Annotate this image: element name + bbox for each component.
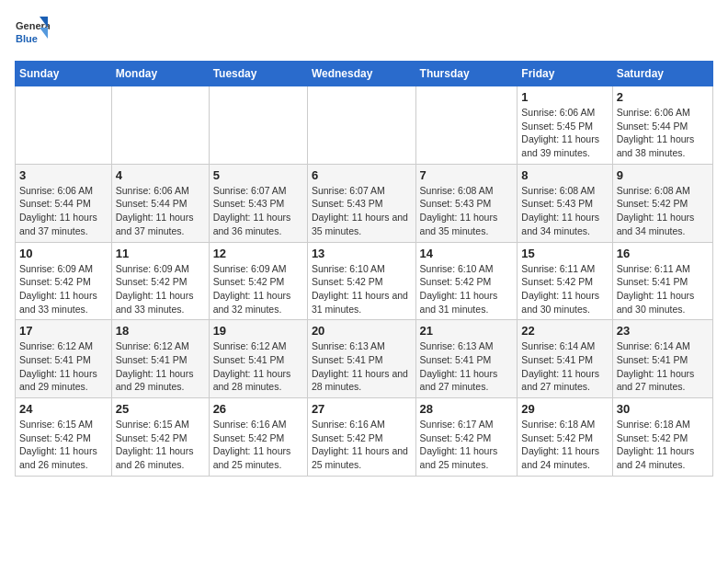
week-row-2: 10Sunrise: 6:09 AM Sunset: 5:42 PM Dayli… xyxy=(16,242,713,320)
day-info: Sunrise: 6:10 AM Sunset: 5:42 PM Dayligh… xyxy=(420,262,514,316)
day-number: 30 xyxy=(617,402,709,416)
day-number: 15 xyxy=(521,247,608,260)
day-number: 7 xyxy=(420,168,514,182)
day-info: Sunrise: 6:18 AM Sunset: 5:42 PM Dayligh… xyxy=(617,418,709,472)
day-info: Sunrise: 6:12 AM Sunset: 5:41 PM Dayligh… xyxy=(213,339,303,394)
svg-text:Blue: Blue xyxy=(16,33,38,44)
day-info: Sunrise: 6:10 AM Sunset: 5:42 PM Dayligh… xyxy=(312,262,412,316)
day-info: Sunrise: 6:09 AM Sunset: 5:42 PM Dayligh… xyxy=(116,262,205,316)
logo-graphic: General Blue xyxy=(15,15,50,50)
day-number: 12 xyxy=(213,247,303,260)
calendar-cell: 11Sunrise: 6:09 AM Sunset: 5:42 PM Dayli… xyxy=(111,242,209,320)
day-info: Sunrise: 6:12 AM Sunset: 5:41 PM Dayligh… xyxy=(116,339,205,394)
day-info: Sunrise: 6:12 AM Sunset: 5:41 PM Dayligh… xyxy=(19,339,108,394)
calendar-cell: 23Sunrise: 6:14 AM Sunset: 5:41 PM Dayli… xyxy=(612,320,712,398)
day-number: 16 xyxy=(617,247,709,260)
day-number: 22 xyxy=(521,324,608,338)
calendar-cell: 19Sunrise: 6:12 AM Sunset: 5:41 PM Dayli… xyxy=(209,320,307,398)
day-info: Sunrise: 6:06 AM Sunset: 5:44 PM Dayligh… xyxy=(116,184,205,238)
day-number: 2 xyxy=(617,90,709,104)
day-info: Sunrise: 6:08 AM Sunset: 5:43 PM Dayligh… xyxy=(420,184,514,238)
week-row-4: 24Sunrise: 6:15 AM Sunset: 5:42 PM Dayli… xyxy=(16,398,713,477)
calendar-cell xyxy=(111,86,209,165)
weekday-header-thursday: Thursday xyxy=(415,62,518,86)
calendar-cell: 20Sunrise: 6:13 AM Sunset: 5:41 PM Dayli… xyxy=(307,320,415,398)
calendar-cell xyxy=(16,86,112,165)
calendar-cell: 29Sunrise: 6:18 AM Sunset: 5:42 PM Dayli… xyxy=(518,398,612,477)
day-info: Sunrise: 6:09 AM Sunset: 5:42 PM Dayligh… xyxy=(19,262,108,316)
calendar-cell: 25Sunrise: 6:15 AM Sunset: 5:42 PM Dayli… xyxy=(111,398,209,477)
week-row-1: 3Sunrise: 6:06 AM Sunset: 5:44 PM Daylig… xyxy=(16,164,713,242)
day-number: 3 xyxy=(19,168,108,182)
calendar-cell: 2Sunrise: 6:06 AM Sunset: 5:44 PM Daylig… xyxy=(612,86,712,165)
day-info: Sunrise: 6:18 AM Sunset: 5:42 PM Dayligh… xyxy=(521,418,608,472)
day-number: 20 xyxy=(312,324,412,338)
day-info: Sunrise: 6:15 AM Sunset: 5:42 PM Dayligh… xyxy=(19,418,108,472)
day-number: 27 xyxy=(312,402,412,416)
day-number: 13 xyxy=(312,247,412,260)
day-info: Sunrise: 6:14 AM Sunset: 5:41 PM Dayligh… xyxy=(521,339,608,394)
day-number: 18 xyxy=(116,324,205,338)
day-number: 24 xyxy=(19,402,108,416)
calendar-cell: 16Sunrise: 6:11 AM Sunset: 5:41 PM Dayli… xyxy=(612,242,712,320)
calendar-cell: 10Sunrise: 6:09 AM Sunset: 5:42 PM Dayli… xyxy=(16,242,112,320)
day-number: 25 xyxy=(116,402,205,416)
day-info: Sunrise: 6:06 AM Sunset: 5:44 PM Dayligh… xyxy=(617,106,709,160)
day-info: Sunrise: 6:13 AM Sunset: 5:41 PM Dayligh… xyxy=(420,339,514,394)
calendar-cell: 1Sunrise: 6:06 AM Sunset: 5:45 PM Daylig… xyxy=(518,86,612,165)
day-info: Sunrise: 6:09 AM Sunset: 5:42 PM Dayligh… xyxy=(213,262,303,316)
day-number: 19 xyxy=(213,324,303,338)
day-info: Sunrise: 6:06 AM Sunset: 5:45 PM Dayligh… xyxy=(521,106,608,160)
week-row-0: 1Sunrise: 6:06 AM Sunset: 5:45 PM Daylig… xyxy=(16,86,713,165)
logo: General Blue xyxy=(15,15,50,50)
day-number: 1 xyxy=(521,90,608,104)
day-info: Sunrise: 6:16 AM Sunset: 5:42 PM Dayligh… xyxy=(312,418,412,472)
day-number: 29 xyxy=(521,402,608,416)
calendar-cell: 30Sunrise: 6:18 AM Sunset: 5:42 PM Dayli… xyxy=(612,398,712,477)
calendar-cell: 5Sunrise: 6:07 AM Sunset: 5:43 PM Daylig… xyxy=(209,164,307,242)
day-info: Sunrise: 6:11 AM Sunset: 5:42 PM Dayligh… xyxy=(521,262,608,316)
calendar-cell: 14Sunrise: 6:10 AM Sunset: 5:42 PM Dayli… xyxy=(415,242,518,320)
weekday-header-friday: Friday xyxy=(518,62,612,86)
weekday-header-wednesday: Wednesday xyxy=(307,62,415,86)
calendar-cell: 13Sunrise: 6:10 AM Sunset: 5:42 PM Dayli… xyxy=(307,242,415,320)
calendar-cell: 26Sunrise: 6:16 AM Sunset: 5:42 PM Dayli… xyxy=(209,398,307,477)
calendar-cell xyxy=(307,86,415,165)
day-info: Sunrise: 6:15 AM Sunset: 5:42 PM Dayligh… xyxy=(116,418,205,472)
day-info: Sunrise: 6:13 AM Sunset: 5:41 PM Dayligh… xyxy=(312,339,412,394)
calendar-cell: 24Sunrise: 6:15 AM Sunset: 5:42 PM Dayli… xyxy=(16,398,112,477)
day-number: 9 xyxy=(617,168,709,182)
day-number: 6 xyxy=(312,168,412,182)
weekday-header-monday: Monday xyxy=(111,62,209,86)
calendar-cell: 6Sunrise: 6:07 AM Sunset: 5:43 PM Daylig… xyxy=(307,164,415,242)
weekday-header-sunday: Sunday xyxy=(16,62,112,86)
day-info: Sunrise: 6:16 AM Sunset: 5:42 PM Dayligh… xyxy=(213,418,303,472)
day-info: Sunrise: 6:07 AM Sunset: 5:43 PM Dayligh… xyxy=(213,184,303,238)
day-number: 23 xyxy=(617,324,709,338)
header: General Blue xyxy=(15,15,713,50)
calendar-cell: 3Sunrise: 6:06 AM Sunset: 5:44 PM Daylig… xyxy=(16,164,112,242)
day-info: Sunrise: 6:08 AM Sunset: 5:43 PM Dayligh… xyxy=(521,184,608,238)
day-number: 11 xyxy=(116,247,205,260)
day-number: 8 xyxy=(521,168,608,182)
calendar-cell: 15Sunrise: 6:11 AM Sunset: 5:42 PM Dayli… xyxy=(518,242,612,320)
calendar-cell: 27Sunrise: 6:16 AM Sunset: 5:42 PM Dayli… xyxy=(307,398,415,477)
day-info: Sunrise: 6:07 AM Sunset: 5:43 PM Dayligh… xyxy=(312,184,412,238)
day-info: Sunrise: 6:06 AM Sunset: 5:44 PM Dayligh… xyxy=(19,184,108,238)
calendar-table: SundayMondayTuesdayWednesdayThursdayFrid… xyxy=(15,61,713,477)
day-number: 5 xyxy=(213,168,303,182)
calendar-cell: 8Sunrise: 6:08 AM Sunset: 5:43 PM Daylig… xyxy=(518,164,612,242)
calendar-cell: 17Sunrise: 6:12 AM Sunset: 5:41 PM Dayli… xyxy=(16,320,112,398)
weekday-header-row: SundayMondayTuesdayWednesdayThursdayFrid… xyxy=(16,62,713,86)
day-number: 28 xyxy=(420,402,514,416)
weekday-header-saturday: Saturday xyxy=(612,62,712,86)
calendar-cell: 21Sunrise: 6:13 AM Sunset: 5:41 PM Dayli… xyxy=(415,320,518,398)
calendar-cell: 7Sunrise: 6:08 AM Sunset: 5:43 PM Daylig… xyxy=(415,164,518,242)
day-info: Sunrise: 6:11 AM Sunset: 5:41 PM Dayligh… xyxy=(617,262,709,316)
day-info: Sunrise: 6:08 AM Sunset: 5:42 PM Dayligh… xyxy=(617,184,709,238)
calendar-cell: 9Sunrise: 6:08 AM Sunset: 5:42 PM Daylig… xyxy=(612,164,712,242)
day-number: 10 xyxy=(19,247,108,260)
weekday-header-tuesday: Tuesday xyxy=(209,62,307,86)
calendar-cell: 4Sunrise: 6:06 AM Sunset: 5:44 PM Daylig… xyxy=(111,164,209,242)
calendar-cell: 22Sunrise: 6:14 AM Sunset: 5:41 PM Dayli… xyxy=(518,320,612,398)
